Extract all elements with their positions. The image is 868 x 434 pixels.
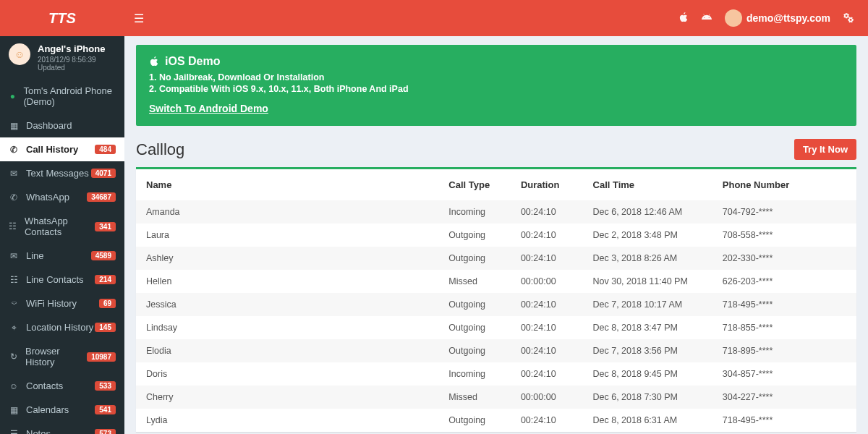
sidebar-badge: 541 — [95, 405, 116, 414]
cell-phone: 304-857-**** — [712, 362, 856, 386]
menu-toggle-icon[interactable]: ☰ — [124, 12, 153, 25]
apple-icon — [149, 56, 159, 67]
table-row[interactable]: AshleyOutgoing00:24:10Dec 3, 2018 8:26 A… — [136, 247, 856, 270]
sidebar-item-line-contacts[interactable]: ☷Line Contacts214 — [0, 268, 124, 292]
col-type: Call Type — [438, 169, 511, 200]
cell-type: Outgoing — [438, 247, 511, 270]
sidebar-item-label: Text Messages — [26, 168, 89, 179]
sidebar-badge: 10987 — [87, 352, 116, 362]
device-avatar-icon: ☺ — [9, 43, 30, 65]
main-content: iOS Demo 1. No Jailbreak, Download Or In… — [124, 36, 868, 434]
cell-duration: 00:24:10 — [511, 224, 583, 247]
sidebar-item-whatsapp[interactable]: ✆WhatsApp34687 — [0, 185, 124, 209]
sidebar-badge: 145 — [95, 323, 116, 332]
sidebar-item-calendars[interactable]: ▦Calendars541 — [0, 398, 124, 422]
sidebar-icon: ▦ — [9, 121, 19, 131]
calllog-panel: Name Call Type Duration Call Time Phone … — [136, 167, 856, 432]
try-it-button[interactable]: Try It Now — [794, 139, 856, 160]
cell-phone: 708-558-**** — [712, 224, 856, 247]
sidebar-badge: 573 — [95, 429, 116, 434]
sidebar-icon: ▦ — [9, 405, 19, 415]
table-row[interactable]: ElodiaOutgoing00:24:10Dec 7, 2018 3:56 P… — [136, 339, 856, 362]
col-phone: Phone Number — [712, 169, 856, 200]
cell-type: Outgoing — [438, 339, 511, 362]
cell-time: Dec 7, 2018 10:17 AM — [583, 293, 712, 316]
sidebar-item-line[interactable]: ✉Line4589 — [0, 244, 124, 268]
cell-time: Dec 6, 2018 12:46 AM — [583, 200, 712, 224]
sidebar-item-call-history[interactable]: ✆Call History484 — [0, 137, 124, 161]
banner-line1: 1. No Jailbreak, Download Or Installatio… — [149, 72, 843, 82]
cell-phone: 626-203-**** — [712, 270, 856, 293]
sidebar-item-text-messages[interactable]: ✉Text Messages4071 — [0, 161, 124, 185]
cell-name: Elodia — [136, 339, 438, 362]
cell-time: Dec 2, 2018 3:48 PM — [583, 224, 712, 247]
apple-icon[interactable] — [678, 12, 689, 25]
cell-type: Outgoing — [438, 316, 511, 339]
sidebar-item-dashboard[interactable]: ▦Dashboard — [0, 114, 124, 137]
cell-duration: 00:24:10 — [511, 200, 583, 224]
cell-duration: 00:24:10 — [511, 247, 583, 270]
settings-icon[interactable] — [843, 12, 855, 25]
col-duration: Duration — [511, 169, 583, 200]
sidebar-item-whatsapp-contacts[interactable]: ☷WhatsApp Contacts341 — [0, 209, 124, 244]
cell-type: Missed — [438, 270, 511, 293]
cell-type: Outgoing — [438, 409, 511, 432]
sidebar-item-label: Notes — [26, 428, 51, 434]
cell-name: Lydia — [136, 409, 438, 432]
cell-duration: 00:24:10 — [511, 339, 583, 362]
cell-time: Dec 8, 2018 6:31 AM — [583, 409, 712, 432]
table-row[interactable]: DorisIncoming00:24:10Dec 8, 2018 9:45 PM… — [136, 362, 856, 386]
table-row[interactable]: HellenMissed00:00:00Nov 30, 2018 11:40 P… — [136, 270, 856, 293]
cell-time: Nov 30, 2018 11:40 PM — [583, 270, 712, 293]
sidebar-item-browser-history[interactable]: ↻Browser History10987 — [0, 339, 124, 374]
current-device[interactable]: ☺ Angel's iPhone 2018/12/9 8:56:39 Updat… — [0, 36, 124, 79]
table-row[interactable]: JessicaOutgoing00:24:10Dec 7, 2018 10:17… — [136, 293, 856, 316]
table-row[interactable]: AmandaIncoming00:24:10Dec 6, 2018 12:46 … — [136, 200, 856, 224]
sidebar-item-contacts[interactable]: ☺Contacts533 — [0, 374, 124, 398]
sidebar-item-label: Line Contacts — [26, 274, 84, 285]
brand-logo[interactable]: TTS — [0, 10, 124, 27]
cell-name: Ashley — [136, 247, 438, 270]
android-icon[interactable] — [702, 12, 712, 25]
banner-title: iOS Demo — [149, 55, 843, 68]
cell-type: Missed — [438, 386, 511, 409]
sidebar-item-label: WhatsApp Contacts — [25, 216, 95, 237]
sidebar-item-notes[interactable]: ☰Notes573 — [0, 422, 124, 434]
cell-time: Dec 8, 2018 3:47 PM — [583, 316, 712, 339]
sidebar: ☺ Angel's iPhone 2018/12/9 8:56:39 Updat… — [0, 36, 124, 434]
cell-time: Dec 7, 2018 3:56 PM — [583, 339, 712, 362]
sidebar-item-location-history[interactable]: ⌖Location History145 — [0, 315, 124, 339]
table-row[interactable]: LindsayOutgoing00:24:10Dec 8, 2018 3:47 … — [136, 316, 856, 339]
switch-demo-link[interactable]: Switch To Android Demo — [149, 103, 268, 114]
table-row[interactable]: CherryMissed00:00:00Dec 6, 2018 7:30 PM3… — [136, 386, 856, 409]
table-row[interactable]: LydiaOutgoing00:24:10Dec 8, 2018 6:31 AM… — [136, 409, 856, 432]
topbar-right: demo@ttspy.com — [678, 9, 868, 27]
sidebar-item-wifi-history[interactable]: ⌔WiFi History69 — [0, 292, 124, 315]
sidebar-badge: 34687 — [87, 192, 116, 202]
sidebar-item-label: Line — [26, 250, 44, 261]
sidebar-item-other-device[interactable]: ●Tom's Android Phone (Demo) — [0, 79, 124, 114]
sidebar-badge: 533 — [95, 381, 116, 391]
cell-name: Jessica — [136, 293, 438, 316]
cell-duration: 00:24:10 — [511, 293, 583, 316]
sidebar-item-label: Tom's Android Phone (Demo) — [24, 85, 116, 107]
sidebar-icon: ✉ — [9, 251, 19, 261]
sidebar-icon: ↻ — [9, 352, 18, 362]
sidebar-item-label: Contacts — [26, 380, 63, 391]
demo-banner: iOS Demo 1. No Jailbreak, Download Or In… — [136, 45, 856, 126]
cell-type: Outgoing — [438, 224, 511, 247]
cell-name: Lindsay — [136, 316, 438, 339]
user-menu[interactable]: demo@ttspy.com — [725, 9, 830, 27]
sidebar-item-label: Browser History — [25, 346, 87, 367]
sidebar-item-label: Call History — [26, 144, 78, 155]
sidebar-badge: 484 — [95, 145, 116, 154]
table-row[interactable]: LauraOutgoing00:24:10Dec 2, 2018 3:48 PM… — [136, 224, 856, 247]
cell-phone: 202-330-**** — [712, 247, 856, 270]
cell-name: Laura — [136, 224, 438, 247]
cell-duration: 00:00:00 — [511, 386, 583, 409]
sidebar-nav: ●Tom's Android Phone (Demo)▦Dashboard✆Ca… — [0, 79, 124, 434]
sidebar-icon: ☰ — [9, 429, 19, 435]
sidebar-item-label: Location History — [26, 322, 93, 333]
sidebar-badge: 4071 — [91, 169, 116, 178]
cell-name: Hellen — [136, 270, 438, 293]
